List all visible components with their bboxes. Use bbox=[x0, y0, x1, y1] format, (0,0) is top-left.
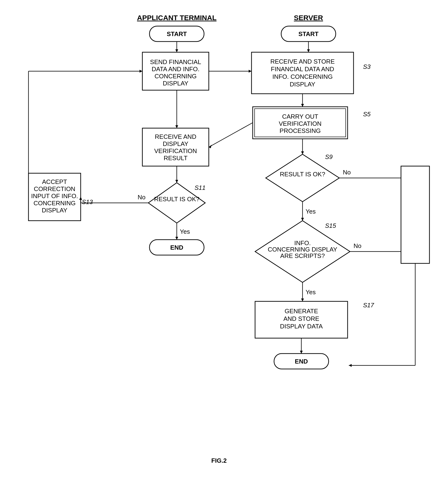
receive-store-label1: RECEIVE AND STORE bbox=[270, 58, 335, 65]
accept-correction-label2: CORRECTION bbox=[34, 185, 76, 192]
s15-label: S15 bbox=[325, 222, 336, 229]
no-label-client: No bbox=[138, 194, 145, 201]
svg-marker-5 bbox=[175, 125, 178, 128]
send-financial-label4: DISPLAY bbox=[163, 80, 188, 87]
svg-marker-30 bbox=[301, 151, 304, 154]
no-label-server: No bbox=[343, 169, 351, 176]
info-scripts-label3: ARE SCRIPTS? bbox=[280, 252, 325, 259]
verification-label2: VERIFICATION bbox=[279, 120, 321, 127]
s9-label: S9 bbox=[325, 153, 333, 160]
svg-marker-33 bbox=[301, 218, 304, 221]
svg-marker-2 bbox=[175, 49, 178, 52]
flowchart-diagram: APPLICANT TERMINAL SERVER START S1 SEND … bbox=[0, 0, 438, 504]
send-financial-label: SEND FINANCIAL bbox=[150, 58, 201, 66]
generate-store-label3: DISPLAY DATA bbox=[280, 323, 323, 330]
receive-display-label1: RECEIVE AND bbox=[155, 133, 197, 140]
svg-marker-23 bbox=[307, 49, 310, 52]
end-server-label: END bbox=[295, 358, 308, 365]
svg-marker-51 bbox=[209, 145, 212, 148]
svg-marker-49 bbox=[249, 70, 252, 73]
svg-line-50 bbox=[209, 123, 253, 147]
svg-marker-26 bbox=[301, 104, 304, 107]
result-ok-server-label1: RESULT IS OK? bbox=[280, 171, 325, 178]
generate-store-label1: GENERATE bbox=[285, 307, 318, 315]
s13-label: S13 bbox=[82, 198, 93, 206]
accept-correction-label3: INPUT OF INFO. bbox=[31, 192, 78, 199]
s17-label: S17 bbox=[363, 302, 374, 309]
end-client-label: END bbox=[170, 244, 183, 251]
receive-display-label3: VERIFICATION bbox=[154, 147, 197, 154]
s3-label: S3 bbox=[363, 63, 371, 70]
accept-correction-label4: CONCERNING bbox=[33, 199, 76, 207]
svg-marker-31 bbox=[266, 154, 339, 202]
figure-label: FIG.2 bbox=[211, 457, 227, 464]
receive-store-label4: DISPLAY bbox=[290, 81, 315, 88]
send-financial-label3: CONCERNING bbox=[154, 73, 197, 80]
svg-marker-43 bbox=[349, 364, 352, 367]
svg-rect-39 bbox=[401, 166, 429, 263]
receive-store-label3: INFO. CONCERNING bbox=[272, 73, 333, 80]
receive-display-label4: RESULT bbox=[164, 154, 188, 162]
generate-store-label2: AND STORE bbox=[283, 315, 319, 322]
s11-label: S11 bbox=[195, 184, 206, 191]
send-financial-label2: DATA AND INFO. bbox=[152, 66, 199, 73]
info-scripts-label1: INFO. bbox=[294, 240, 311, 247]
no-label-scripts: No bbox=[353, 242, 361, 249]
info-scripts-label2: CONCERNING DISPLAY bbox=[268, 246, 337, 253]
s5-label: S5 bbox=[363, 110, 371, 118]
svg-marker-20 bbox=[140, 70, 142, 73]
start-server-label: START bbox=[298, 30, 319, 37]
applicant-terminal-title: APPLICANT TERMINAL bbox=[137, 14, 217, 22]
start-applicant-label: START bbox=[167, 30, 187, 37]
verification-label1: CARRY OUT bbox=[282, 113, 318, 120]
svg-marker-37 bbox=[301, 298, 304, 301]
svg-marker-46 bbox=[300, 351, 303, 354]
svg-marker-11 bbox=[175, 237, 178, 240]
server-title: SERVER bbox=[294, 14, 323, 22]
result-ok-client-label1: RESULT IS OK? bbox=[154, 196, 199, 203]
verification-label3: PROCESSING bbox=[280, 127, 320, 134]
accept-correction-label1: ACCEPT bbox=[42, 178, 67, 185]
receive-store-label2: FINANCIAL DATA AND bbox=[271, 66, 334, 73]
yes-label-scripts: Yes bbox=[306, 289, 316, 296]
accept-correction-label5: DISPLAY bbox=[42, 207, 67, 214]
yes-label-client: Yes bbox=[180, 228, 190, 235]
yes-label-server: Yes bbox=[306, 208, 316, 215]
receive-display-label2: DISPLAY bbox=[163, 140, 188, 147]
